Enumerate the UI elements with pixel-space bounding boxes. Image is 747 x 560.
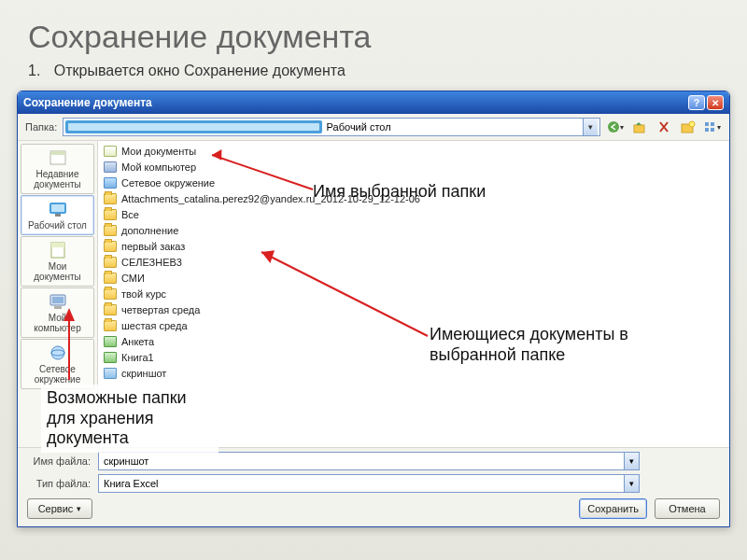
svg-rect-14 <box>51 243 64 247</box>
file-name: СЕЛЕЗНЕВ3 <box>121 257 182 268</box>
svg-point-3 <box>689 121 695 127</box>
chevron-down-icon: ▾ <box>77 504 81 513</box>
file-item[interactable]: твой курс <box>104 286 724 301</box>
mycomp-icon <box>104 161 117 173</box>
delete-button[interactable] <box>655 118 673 136</box>
network-icon <box>48 343 68 362</box>
new-folder-button[interactable] <box>679 118 698 136</box>
folder-icon <box>104 304 117 315</box>
places-item-label: Мои документы <box>24 261 91 282</box>
folder-icon <box>104 225 117 236</box>
places-item-network[interactable]: Сетевое окружение <box>21 339 94 389</box>
places-item-computer[interactable]: Мой компьютер <box>21 287 94 338</box>
svg-rect-5 <box>711 122 714 126</box>
folder-icon <box>104 273 117 284</box>
dialog-titlebar[interactable]: Сохранение документа ? ✕ <box>18 91 729 114</box>
file-item[interactable]: Мой компьютер <box>104 159 724 175</box>
file-name: Мой компьютер <box>121 161 196 173</box>
file-item[interactable]: СМИ <box>104 270 724 286</box>
places-item-label: Недавние документы <box>24 169 91 189</box>
folder-icon <box>104 209 117 220</box>
file-name: скриншот <box>121 368 166 379</box>
file-item[interactable]: четвертая среда <box>104 301 724 317</box>
svg-rect-16 <box>52 297 63 303</box>
subtitle-text: Открывается окно Сохранение документа <box>54 63 345 78</box>
annotation-existing-docs: Имеющиеся документы в выбранной папке <box>430 325 644 365</box>
desktop-icon <box>65 120 321 133</box>
filetype-input[interactable]: Книга Excel ▾ <box>98 474 640 493</box>
file-item[interactable]: скриншот <box>104 365 724 381</box>
svg-rect-4 <box>705 122 709 126</box>
svg-rect-12 <box>55 214 61 217</box>
tools-button[interactable]: Сервис ▾ <box>27 498 92 519</box>
dialog-title: Сохранение документа <box>23 96 686 109</box>
file-name: Мои документы <box>121 146 196 157</box>
cancel-button[interactable]: Отмена <box>655 498 720 519</box>
cancel-button-label: Отмена <box>669 503 705 514</box>
places-item-recent[interactable]: Недавние документы <box>21 144 94 194</box>
filename-label: Имя файла: <box>27 455 91 467</box>
mydocs-icon <box>48 241 68 259</box>
svg-rect-17 <box>54 306 62 309</box>
places-item-mydocs[interactable]: Мои документы <box>21 236 94 287</box>
svg-rect-9 <box>50 151 65 155</box>
folder-label: Папка: <box>25 121 57 133</box>
help-button[interactable]: ? <box>688 95 705 110</box>
filename-dropdown-icon[interactable]: ▾ <box>624 453 639 469</box>
recent-icon <box>48 148 68 167</box>
folder-icon <box>104 241 117 252</box>
tools-button-label: Сервис <box>38 503 74 514</box>
file-name: Анкета <box>121 336 154 347</box>
file-item[interactable]: первый заказ <box>104 238 724 254</box>
list-number: 1. <box>28 63 40 78</box>
file-item[interactable]: дополнение <box>104 222 724 238</box>
folder-icon <box>104 257 117 268</box>
places-item-label: Рабочий стол <box>28 220 87 231</box>
file-name: шестая среда <box>121 320 188 331</box>
svg-point-0 <box>608 121 619 133</box>
dialog-footer: Имя файла: скриншот ▾ Тип файла: Книга E… <box>18 447 729 526</box>
filename-input[interactable]: скриншот ▾ <box>98 452 640 470</box>
svg-rect-1 <box>634 125 644 133</box>
file-item[interactable]: Все <box>104 206 724 222</box>
save-button[interactable]: Сохранить <box>579 498 647 519</box>
places-item-desktop[interactable]: Рабочий стол <box>21 195 94 235</box>
file-name: Сетевое окружение <box>121 177 215 189</box>
file-item[interactable]: СЕЛЕЗНЕВ3 <box>104 254 724 270</box>
filename-value: скриншот <box>99 455 624 467</box>
file-item[interactable]: Мои документы <box>104 143 724 159</box>
save-button-label: Сохранить <box>587 503 639 514</box>
svg-rect-11 <box>51 204 64 212</box>
mydocs-icon <box>104 146 117 157</box>
back-button[interactable]: ▾ <box>606 118 625 136</box>
net-icon <box>104 177 117 189</box>
places-item-label: Мой компьютер <box>24 313 91 333</box>
folder-dropdown[interactable]: Рабочий стол ▾ <box>63 118 600 136</box>
file-name: первый заказ <box>121 241 185 252</box>
folder-icon <box>104 193 117 204</box>
dialog-toolbar: Папка: Рабочий стол ▾ ▾ ▾ <box>18 114 729 141</box>
file-name: четвертая среда <box>121 304 200 315</box>
excel-icon <box>104 336 117 347</box>
chevron-down-icon[interactable]: ▾ <box>583 119 598 135</box>
filetype-dropdown-icon[interactable]: ▾ <box>624 475 639 492</box>
file-name: Книга1 <box>121 352 154 363</box>
svg-point-18 <box>51 346 64 359</box>
file-name: СМИ <box>121 273 145 284</box>
close-button[interactable]: ✕ <box>707 95 724 110</box>
svg-rect-7 <box>711 128 714 132</box>
folder-icon <box>104 320 117 331</box>
slide-subtitle-row: 1. Открывается окно Сохранение документа <box>28 63 747 79</box>
computer-icon <box>48 292 68 311</box>
views-button[interactable]: ▾ <box>703 118 722 136</box>
slide-title: Сохранение документа <box>28 19 747 55</box>
desktop-icon <box>48 200 68 218</box>
up-one-level-button[interactable] <box>630 118 649 136</box>
file-name: дополнение <box>121 225 178 236</box>
folder-icon <box>104 288 117 300</box>
save-dialog: Сохранение документа ? ✕ Папка: Рабочий … <box>17 91 730 527</box>
annotation-possible-folders: Возможные папки для хранения документа <box>41 385 218 453</box>
filetype-value: Книга Excel <box>99 478 624 489</box>
image-icon <box>104 368 117 379</box>
file-name: Все <box>121 209 139 220</box>
